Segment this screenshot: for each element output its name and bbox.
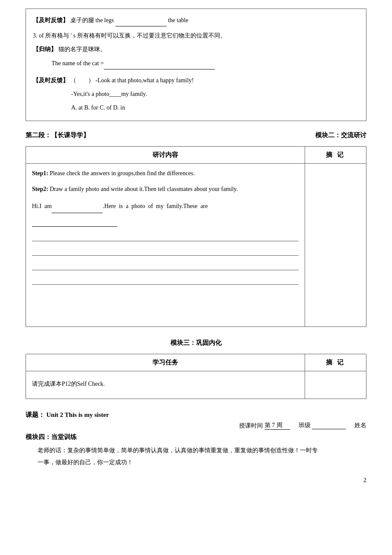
- table2-cell1: 请完成课本P12的Self Check.: [26, 371, 305, 399]
- name-label: 姓名: [355, 422, 366, 429]
- time-value[interactable]: 第 7 周: [265, 422, 290, 430]
- feedback-box: 【及时反馈】 桌子的腿 the legs the table 3. of 所有格…: [26, 9, 366, 121]
- writing-prompt: Hi.I am .Here is a photo of my family.Th…: [32, 199, 299, 213]
- study-table: 学习任务 摘 记 请完成课本P12的Self Check.: [26, 354, 366, 399]
- class-value[interactable]: [312, 422, 346, 429]
- feedback-line4: The name of the cat =: [46, 57, 359, 69]
- table2-row1: 请完成课本P12的Self Check.: [26, 371, 366, 399]
- feedback-line2: 3. of 所有格与 ' s 所有格有时可以互换，不过要注意它们物主的位置不同。: [33, 30, 359, 42]
- discussion-table: 研讨内容 摘 记 Step1: Please check the answers…: [26, 146, 366, 327]
- feedback-text1: 桌子的腿 the legs the table: [70, 17, 188, 23]
- task-spacer: [32, 393, 299, 394]
- section2-heading: 第二段：【长课导学】 模块二：交流研讨: [26, 131, 366, 139]
- table1-row1: Step1: Please check the answers in group…: [26, 164, 366, 327]
- writing-line4[interactable]: [32, 274, 299, 285]
- module4-section: 模块四：当堂训练 老师的话：复杂的事情简单做，简单的事情认真做，认真做的事情重复…: [26, 433, 366, 468]
- class-label: 班级: [299, 422, 346, 429]
- footer-info: 课题： Unit 2 This is my sister 授课时间 第 7 周 …: [26, 411, 366, 430]
- step1-text: Please check the answers in groups,then …: [50, 170, 195, 176]
- feedback-line5: 【及时反馈】 （ ） -Look at that photo,what a ha…: [33, 75, 359, 87]
- table2-col1-header: 学习任务: [26, 354, 305, 371]
- writing-area: Hi.I am .Here is a photo of my family.Th…: [32, 199, 299, 322]
- step1-label: Step1:: [32, 170, 48, 176]
- feedback-line1: 【及时反馈】 桌子的腿 the legs the table: [33, 14, 359, 26]
- class-label-text: 班级: [299, 422, 311, 428]
- q2-text: -Yes,it's a photo____my family.: [71, 91, 147, 97]
- course-title: Unit 2 This is my sister: [46, 411, 109, 418]
- writing-line3[interactable]: [32, 259, 299, 270]
- writing-continuation: [32, 213, 299, 227]
- footer-row: 授课时间 第 7 周 班级 姓名: [26, 422, 366, 430]
- section2-module: 模块二：交流研讨: [315, 131, 366, 139]
- feedback-options: A. at B. for C. of D. in: [71, 102, 359, 114]
- table1-col1-header: 研讨内容: [26, 147, 305, 164]
- line2-text: of 所有格与 ' s 所有格有时可以互换，不过要注意它们物主的位置不同。: [39, 32, 226, 39]
- writing-line2[interactable]: [32, 245, 299, 256]
- section2-label: 第二段：【长课导学】: [26, 131, 89, 139]
- feedback-line6: -Yes,it's a photo____my family.: [71, 88, 359, 100]
- blank-name[interactable]: [52, 199, 103, 213]
- blank1[interactable]: [115, 14, 167, 26]
- paren: （ ）: [70, 77, 94, 84]
- table2-col2-header: 摘 记: [305, 354, 366, 371]
- guina-text: 猫的名字是咪咪。: [58, 46, 106, 52]
- feedback-label1: 【及时反馈】: [33, 17, 69, 23]
- jishi-label: 【及时反馈】: [33, 77, 69, 84]
- table1-cell1: Step1: Please check the answers in group…: [26, 164, 305, 327]
- step2-line: Step2: Draw a family photo and write abo…: [32, 184, 299, 194]
- page-container: 【及时反馈】 桌子的腿 the legs the table 3. of 所有格…: [26, 9, 366, 484]
- module3-heading: 模块三：巩固内化: [26, 339, 366, 347]
- cat-name-text: The name of the cat =: [46, 60, 215, 66]
- step1-line: Step1: Please check the answers in group…: [32, 168, 299, 179]
- drawing-area: [32, 288, 299, 322]
- page-number: 2: [26, 477, 366, 484]
- q1-text: -Look at that photo,what a happy family!: [95, 77, 194, 84]
- options-text: A. at B. for C. of D. in: [71, 104, 125, 111]
- blank-cat[interactable]: [104, 57, 215, 69]
- guina-label: 【归纳】: [33, 46, 57, 52]
- table1-notes-cell: [305, 164, 366, 327]
- writing-line1[interactable]: [32, 230, 299, 241]
- feedback-line3: 【归纳】 猫的名字是咪咪。: [33, 43, 359, 55]
- step2-label: Step2:: [32, 186, 48, 192]
- module4-text2: 一事，做最好的自己，你一定成功！: [26, 457, 366, 468]
- course-title-line: 课题： Unit 2 This is my sister: [26, 411, 366, 419]
- blank-continuation[interactable]: [32, 213, 117, 227]
- course-label: 课题：: [26, 411, 45, 418]
- module4-heading: 模块四：当堂训练: [26, 433, 366, 441]
- step2-text: Draw a family photo and write about it.T…: [50, 186, 238, 192]
- table1-col2-header: 摘 记: [305, 147, 366, 164]
- task-text: 请完成课本P12的Self Check.: [32, 376, 299, 393]
- time-label-text: 授课时间: [239, 422, 263, 429]
- line2-num: 3.: [33, 32, 39, 39]
- time-label: 授课时间 第 7 周: [239, 422, 290, 430]
- table2-notes-cell: [305, 371, 366, 399]
- module4-text1: 老师的话：复杂的事情简单做，简单的事情认真做，认真做的事情重复做，重复做的事情创…: [26, 445, 366, 457]
